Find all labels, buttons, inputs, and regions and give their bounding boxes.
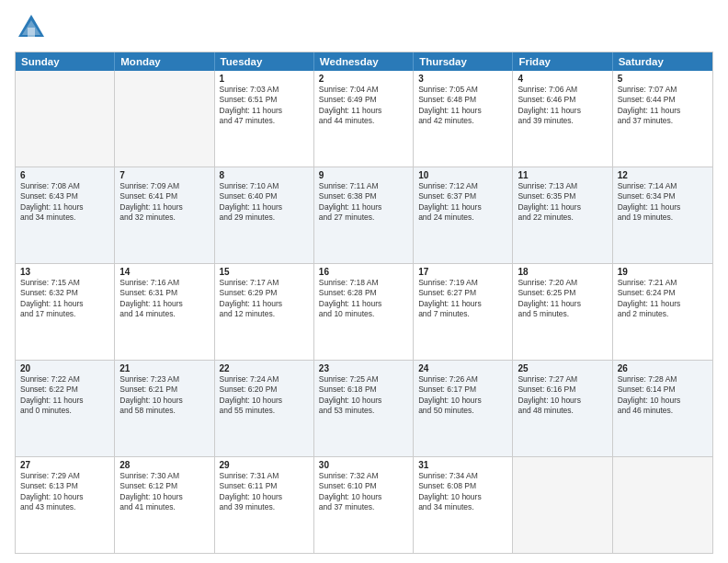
cell-info: Sunrise: 7:04 AMSunset: 6:49 PMDaylight:… <box>319 85 408 127</box>
cell-info: Sunrise: 7:29 AMSunset: 6:13 PMDaylight:… <box>20 471 109 513</box>
calendar-cell-4-0: 27Sunrise: 7:29 AMSunset: 6:13 PMDayligh… <box>16 457 115 553</box>
day-number: 18 <box>518 267 607 277</box>
calendar-cell-1-4: 10Sunrise: 7:12 AMSunset: 6:37 PMDayligh… <box>414 167 513 263</box>
cell-info: Sunrise: 7:24 AMSunset: 6:20 PMDaylight:… <box>220 374 309 417</box>
day-number: 17 <box>418 267 507 277</box>
calendar-cell-4-4: 31Sunrise: 7:34 AMSunset: 6:08 PMDayligh… <box>414 457 513 553</box>
calendar-cell-1-1: 7Sunrise: 7:09 AMSunset: 6:41 PMDaylight… <box>115 167 214 263</box>
calendar-cell-3-1: 21Sunrise: 7:23 AMSunset: 6:21 PMDayligh… <box>115 361 214 456</box>
cell-info: Sunrise: 7:18 AMSunset: 6:28 PMDaylight:… <box>319 278 408 320</box>
day-number: 11 <box>518 170 607 180</box>
cell-info: Sunrise: 7:17 AMSunset: 6:29 PMDaylight:… <box>220 278 309 320</box>
day-number: 7 <box>119 170 209 180</box>
day-number: 10 <box>418 170 507 180</box>
weekday-header-saturday: Saturday <box>613 52 712 71</box>
cell-info: Sunrise: 7:12 AMSunset: 6:37 PMDaylight:… <box>418 181 507 224</box>
logo <box>15 11 51 44</box>
calendar-row-3: 20Sunrise: 7:22 AMSunset: 6:22 PMDayligh… <box>16 360 712 456</box>
calendar-cell-0-0 <box>16 71 115 167</box>
weekday-header-sunday: Sunday <box>16 52 115 71</box>
cell-info: Sunrise: 7:32 AMSunset: 6:10 PMDaylight:… <box>319 471 408 513</box>
cell-info: Sunrise: 7:11 AMSunset: 6:38 PMDaylight:… <box>319 181 408 224</box>
logo-icon <box>15 11 48 44</box>
day-number: 24 <box>418 363 507 373</box>
day-number: 31 <box>418 460 507 470</box>
calendar-cell-4-6 <box>613 457 712 553</box>
cell-info: Sunrise: 7:31 AMSunset: 6:11 PMDaylight:… <box>220 471 309 513</box>
svg-rect-2 <box>28 28 35 37</box>
cell-info: Sunrise: 7:09 AMSunset: 6:41 PMDaylight:… <box>119 181 209 224</box>
cell-info: Sunrise: 7:34 AMSunset: 6:08 PMDaylight:… <box>418 471 507 513</box>
calendar-cell-2-5: 18Sunrise: 7:20 AMSunset: 6:25 PMDayligh… <box>513 264 612 360</box>
day-number: 1 <box>220 74 309 84</box>
weekday-header-friday: Friday <box>513 52 612 71</box>
calendar-row-0: 1Sunrise: 7:03 AMSunset: 6:51 PMDaylight… <box>16 71 712 167</box>
cell-info: Sunrise: 7:21 AMSunset: 6:24 PMDaylight:… <box>618 278 708 320</box>
day-number: 20 <box>20 363 109 373</box>
day-number: 5 <box>618 74 708 84</box>
calendar-cell-2-1: 14Sunrise: 7:16 AMSunset: 6:31 PMDayligh… <box>115 264 214 360</box>
calendar-cell-2-0: 13Sunrise: 7:15 AMSunset: 6:32 PMDayligh… <box>16 264 115 360</box>
day-number: 2 <box>319 74 408 84</box>
day-number: 19 <box>618 267 708 277</box>
calendar-cell-4-5 <box>513 457 612 553</box>
calendar-cell-0-5: 4Sunrise: 7:06 AMSunset: 6:46 PMDaylight… <box>513 71 612 167</box>
calendar-cell-3-4: 24Sunrise: 7:26 AMSunset: 6:17 PMDayligh… <box>414 361 513 456</box>
calendar-cell-2-3: 16Sunrise: 7:18 AMSunset: 6:28 PMDayligh… <box>314 264 414 360</box>
cell-info: Sunrise: 7:26 AMSunset: 6:17 PMDaylight:… <box>418 374 507 417</box>
day-number: 25 <box>518 363 607 373</box>
calendar-cell-1-3: 9Sunrise: 7:11 AMSunset: 6:38 PMDaylight… <box>314 167 414 263</box>
cell-info: Sunrise: 7:10 AMSunset: 6:40 PMDaylight:… <box>220 181 309 224</box>
cell-info: Sunrise: 7:14 AMSunset: 6:34 PMDaylight:… <box>618 181 708 224</box>
day-number: 30 <box>319 460 408 470</box>
cell-info: Sunrise: 7:30 AMSunset: 6:12 PMDaylight:… <box>119 471 209 513</box>
calendar-body: 1Sunrise: 7:03 AMSunset: 6:51 PMDaylight… <box>16 71 712 553</box>
calendar-cell-1-0: 6Sunrise: 7:08 AMSunset: 6:43 PMDaylight… <box>16 167 115 263</box>
cell-info: Sunrise: 7:15 AMSunset: 6:32 PMDaylight:… <box>20 278 109 320</box>
calendar-cell-3-0: 20Sunrise: 7:22 AMSunset: 6:22 PMDayligh… <box>16 361 115 456</box>
day-number: 21 <box>119 363 209 373</box>
day-number: 4 <box>518 74 607 84</box>
calendar-cell-4-2: 29Sunrise: 7:31 AMSunset: 6:11 PMDayligh… <box>215 457 314 553</box>
cell-info: Sunrise: 7:05 AMSunset: 6:48 PMDaylight:… <box>418 85 507 127</box>
calendar-cell-1-2: 8Sunrise: 7:10 AMSunset: 6:40 PMDaylight… <box>215 167 314 263</box>
weekday-header-tuesday: Tuesday <box>215 52 314 71</box>
calendar-row-2: 13Sunrise: 7:15 AMSunset: 6:32 PMDayligh… <box>16 263 712 360</box>
calendar-cell-0-6: 5Sunrise: 7:07 AMSunset: 6:44 PMDaylight… <box>613 71 712 167</box>
calendar-row-1: 6Sunrise: 7:08 AMSunset: 6:43 PMDaylight… <box>16 167 712 263</box>
cell-info: Sunrise: 7:13 AMSunset: 6:35 PMDaylight:… <box>518 181 607 224</box>
calendar-row-4: 27Sunrise: 7:29 AMSunset: 6:13 PMDayligh… <box>16 456 712 553</box>
calendar-cell-3-3: 23Sunrise: 7:25 AMSunset: 6:18 PMDayligh… <box>314 361 414 456</box>
cell-info: Sunrise: 7:27 AMSunset: 6:16 PMDaylight:… <box>518 374 607 417</box>
day-number: 8 <box>220 170 309 180</box>
day-number: 27 <box>20 460 109 470</box>
calendar-cell-2-6: 19Sunrise: 7:21 AMSunset: 6:24 PMDayligh… <box>613 264 712 360</box>
calendar-cell-3-2: 22Sunrise: 7:24 AMSunset: 6:20 PMDayligh… <box>215 361 314 456</box>
day-number: 15 <box>220 267 309 277</box>
calendar-cell-4-3: 30Sunrise: 7:32 AMSunset: 6:10 PMDayligh… <box>314 457 414 553</box>
cell-info: Sunrise: 7:03 AMSunset: 6:51 PMDaylight:… <box>220 85 309 127</box>
day-number: 22 <box>220 363 309 373</box>
day-number: 9 <box>319 170 408 180</box>
cell-info: Sunrise: 7:28 AMSunset: 6:14 PMDaylight:… <box>618 374 708 417</box>
calendar-cell-0-3: 2Sunrise: 7:04 AMSunset: 6:49 PMDaylight… <box>314 71 414 167</box>
page: SundayMondayTuesdayWednesdayThursdayFrid… <box>0 0 728 563</box>
day-number: 16 <box>319 267 408 277</box>
calendar-cell-3-5: 25Sunrise: 7:27 AMSunset: 6:16 PMDayligh… <box>513 361 612 456</box>
day-number: 26 <box>618 363 708 373</box>
cell-info: Sunrise: 7:19 AMSunset: 6:27 PMDaylight:… <box>418 278 507 320</box>
cell-info: Sunrise: 7:08 AMSunset: 6:43 PMDaylight:… <box>20 181 109 224</box>
cell-info: Sunrise: 7:06 AMSunset: 6:46 PMDaylight:… <box>518 85 607 127</box>
calendar-cell-2-2: 15Sunrise: 7:17 AMSunset: 6:29 PMDayligh… <box>215 264 314 360</box>
calendar-cell-3-6: 26Sunrise: 7:28 AMSunset: 6:14 PMDayligh… <box>613 361 712 456</box>
day-number: 6 <box>20 170 109 180</box>
calendar-cell-0-4: 3Sunrise: 7:05 AMSunset: 6:48 PMDaylight… <box>414 71 513 167</box>
day-number: 23 <box>319 363 408 373</box>
calendar-cell-0-2: 1Sunrise: 7:03 AMSunset: 6:51 PMDaylight… <box>215 71 314 167</box>
cell-info: Sunrise: 7:25 AMSunset: 6:18 PMDaylight:… <box>319 374 408 417</box>
calendar-cell-1-5: 11Sunrise: 7:13 AMSunset: 6:35 PMDayligh… <box>513 167 612 263</box>
weekday-header-monday: Monday <box>115 52 214 71</box>
cell-info: Sunrise: 7:16 AMSunset: 6:31 PMDaylight:… <box>119 278 209 320</box>
calendar-cell-0-1 <box>115 71 214 167</box>
day-number: 14 <box>119 267 209 277</box>
